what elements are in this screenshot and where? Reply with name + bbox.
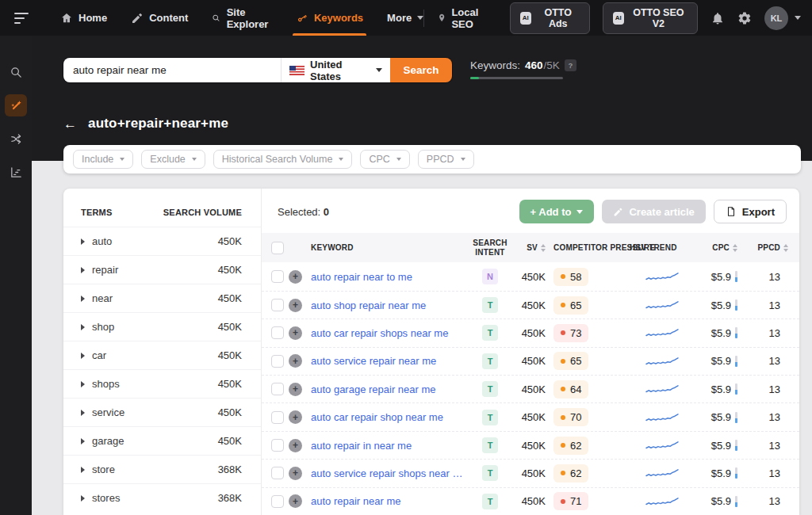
expand-plus-icon[interactable] — [289, 354, 302, 368]
expand-plus-icon[interactable] — [289, 326, 302, 340]
sidebar-item-shuffle[interactable] — [5, 128, 27, 150]
keyword-link[interactable]: auto garage repair near me — [311, 383, 473, 395]
row-checkbox[interactable] — [271, 355, 284, 368]
map-pin-icon — [437, 13, 446, 24]
back-arrow-icon[interactable]: ← — [63, 117, 77, 131]
table-row: auto repair in near meT450K62$5.913 — [262, 431, 799, 459]
sort-control[interactable] — [783, 244, 788, 252]
term-row-repair[interactable]: repair450K — [63, 255, 261, 284]
nav-item-local-seo[interactable]: Local SEO — [437, 6, 497, 30]
ppcd-value: 13 — [737, 495, 788, 507]
keyword-link[interactable]: auto shop repair near me — [311, 299, 473, 311]
sidebar-item-search[interactable] — [5, 61, 27, 83]
notifications-button[interactable] — [710, 11, 725, 25]
column-header-hsv-trend: HSV TREND — [630, 243, 695, 252]
otto-ads-label: OTTO Ads — [537, 7, 580, 29]
keyword-link[interactable]: auto service repair near me — [311, 355, 473, 367]
export-file-icon — [726, 206, 737, 217]
nav-item-content[interactable]: Content — [131, 0, 188, 36]
search-button[interactable]: Search — [390, 58, 452, 82]
search-intent-badge: T — [482, 381, 498, 397]
filter-chip-ppcd[interactable]: PPCD — [418, 150, 474, 169]
term-row-shops[interactable]: shops450K — [63, 369, 261, 398]
term-row-service[interactable]: service450K — [63, 398, 261, 426]
country-select[interactable]: United States — [281, 58, 390, 82]
help-icon[interactable]: ? — [565, 59, 576, 71]
competitor-pressure-badge: 62 — [553, 464, 588, 483]
expand-plus-icon[interactable] — [289, 494, 302, 508]
cpc-value: $5.9 — [695, 271, 737, 283]
filter-chip-cpc[interactable]: CPC — [360, 150, 409, 169]
expand-triangle-icon — [81, 324, 85, 330]
search-intent-badge: T — [482, 437, 498, 453]
expand-plus-icon[interactable] — [289, 383, 302, 396]
table-row: auto repair near meT450K71$5.913 — [262, 487, 799, 515]
nav-item-site-explorer[interactable]: Site Explorer — [212, 0, 272, 36]
export-button[interactable]: Export — [714, 200, 787, 223]
otto-ads-button[interactable]: AI OTTO Ads — [510, 2, 590, 34]
search-volume-value: 450K — [508, 440, 546, 452]
term-row-store[interactable]: store368K — [63, 455, 261, 483]
nav-label: Content — [149, 12, 188, 24]
divider — [423, 10, 424, 27]
otto-seo-v2-button[interactable]: AI OTTO SEO V2 — [603, 2, 698, 34]
keyword-link[interactable]: auto repair near me — [311, 495, 473, 507]
page-title: auto+repair+near+me — [88, 116, 228, 132]
terms-panel: TERMS SEARCH VOLUME auto450Krepair450Kne… — [63, 189, 262, 515]
term-label: stores — [92, 492, 218, 504]
expand-plus-icon[interactable] — [289, 410, 302, 424]
expand-plus-icon[interactable] — [289, 299, 302, 312]
term-row-shop[interactable]: shop450K — [63, 312, 261, 341]
row-checkbox[interactable] — [271, 326, 284, 339]
keyword-link[interactable]: auto car repair shop near me — [311, 411, 473, 423]
create-article-button[interactable]: Create article — [602, 200, 705, 223]
expand-triangle-icon — [81, 381, 85, 387]
keyword-link[interactable]: auto service repair shops near me — [311, 467, 473, 479]
cpc-value: $5.9 — [695, 411, 737, 423]
row-checkbox[interactable] — [271, 495, 284, 508]
ppcd-value: 13 — [737, 467, 788, 479]
expand-plus-icon[interactable] — [289, 270, 302, 284]
filter-chip-exclude[interactable]: Exclude — [141, 150, 205, 169]
expand-plus-icon[interactable] — [289, 467, 302, 480]
settings-button[interactable] — [737, 11, 752, 25]
keyword-link[interactable]: auto car repair shops near me — [311, 327, 473, 339]
menu-toggle-icon[interactable] — [14, 13, 29, 24]
row-checkbox[interactable] — [271, 467, 284, 479]
ppcd-value: 13 — [737, 440, 788, 452]
keyword-search-input[interactable] — [63, 58, 281, 82]
nav-item-keywords[interactable]: Keywords — [296, 0, 363, 36]
term-row-garage[interactable]: garage450K — [63, 426, 261, 455]
competitor-pressure-badge: 71 — [553, 492, 588, 510]
row-checkbox[interactable] — [271, 299, 284, 311]
search-intent-badge: N — [482, 269, 498, 284]
chevron-down-icon — [120, 158, 124, 161]
hsv-trend-sparkline — [645, 355, 679, 368]
term-row-car[interactable]: car450K — [63, 341, 261, 369]
filter-chip-historical-search-volume[interactable]: Historical Search Volume — [213, 150, 353, 169]
sidebar-item-rankings[interactable] — [5, 161, 27, 183]
sidebar-item-magic-tool[interactable] — [5, 94, 27, 116]
add-to-button[interactable]: + Add to — [519, 200, 595, 223]
nav-item-more[interactable]: More — [387, 0, 423, 36]
nav-item-home[interactable]: Home — [60, 0, 107, 36]
user-menu[interactable]: KL — [764, 6, 801, 30]
term-row-stores[interactable]: stores368K — [63, 483, 261, 512]
term-volume: 450K — [218, 292, 242, 304]
filter-chip-include[interactable]: Include — [73, 150, 133, 169]
pressure-dot-icon — [561, 274, 565, 279]
row-checkbox[interactable] — [271, 383, 284, 395]
term-label: repair — [92, 264, 218, 276]
expand-triangle-icon — [81, 495, 85, 502]
expand-plus-icon[interactable] — [289, 439, 302, 452]
column-header-keyword: KEYWORD — [311, 243, 473, 252]
term-label: car — [92, 349, 218, 361]
term-row-near[interactable]: near450K — [63, 284, 261, 312]
term-row-auto[interactable]: auto450K — [63, 227, 261, 255]
keyword-link[interactable]: auto repair in near me — [311, 440, 473, 452]
row-checkbox[interactable] — [271, 411, 284, 424]
row-checkbox[interactable] — [271, 270, 284, 283]
row-checkbox[interactable] — [271, 439, 284, 452]
select-all-checkbox[interactable] — [271, 242, 284, 254]
keyword-link[interactable]: auto repair near to me — [311, 271, 473, 283]
